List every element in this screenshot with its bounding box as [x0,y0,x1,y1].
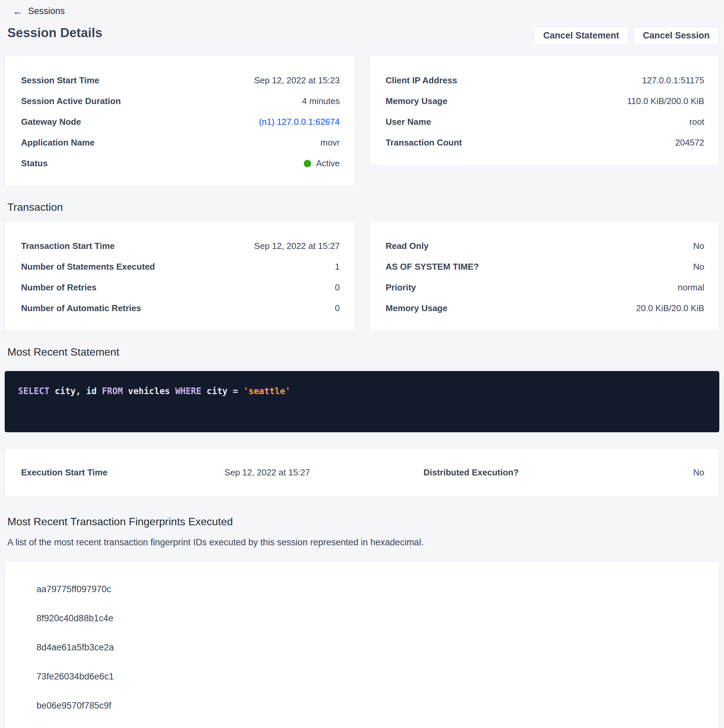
back-to-sessions-link[interactable]: ← Sessions [5,3,65,17]
row-value: 20.0 KiB/20.0 KiB [636,303,704,314]
fingerprints-section-description: A list of the most recent transaction fi… [5,537,719,548]
fingerprint-item: 8f920c40d88b1c4e [37,604,704,633]
row-value: No [693,241,704,251]
row-label: Client IP Address [386,75,457,86]
row-label: Status [21,158,47,168]
row-label: Memory Usage [386,303,448,314]
row-label: Number of Automatic Retries [21,303,141,314]
row-value: normal [678,282,704,293]
summary-row-application-name: Application Name movr [21,133,340,153]
execution-summary-grid: Execution Start Time Sep 12, 2022 at 15:… [21,467,704,478]
back-arrow-icon: ← [13,6,23,17]
fingerprint-item: be06e9570f785c9f [37,691,704,720]
row-label: Transaction Start Time [21,241,115,251]
page-title: Session Details [8,26,103,40]
fingerprint-item: aa79775ff097970c [37,575,704,604]
execution-start-time-value: Sep 12, 2022 at 15:27 [213,467,310,478]
summary-row-as-of-system-time: AS OF SYSTEM TIME? No [386,257,705,277]
row-label: Application Name [21,138,95,148]
summary-row-status: Status Active [21,153,340,174]
row-value: 1 [335,262,340,272]
summary-row-memory-usage: Memory Usage 110.0 KiB/200.0 KiB [386,91,705,112]
summary-row-session-active-duration: Session Active Duration 4 minutes [21,91,340,112]
transaction-cards-row: Transaction Start Time Sep 12, 2022 at 1… [5,221,719,331]
distributed-execution-value: No [560,467,704,478]
breadcrumb-label: Sessions [28,6,65,17]
sql-statement-box: SELECT city, id FROM vehicles WHERE city… [5,371,719,432]
row-value: 204572 [675,138,704,148]
sql-token: SELECT [18,386,49,396]
sql-token: FROM [102,386,123,396]
row-value: movr [320,138,340,148]
cancel-session-button[interactable]: Cancel Session [633,26,719,45]
transaction-card-right: Read Only No AS OF SYSTEM TIME? No Prior… [369,221,719,331]
row-label: User Name [386,117,431,127]
sql-token: WHERE [175,386,201,396]
fingerprints-card: aa79775ff097970c 8f920c40d88b1c4e 8d4ae6… [5,561,719,728]
row-value: 0 [335,303,340,314]
header-actions: Cancel Statement Cancel Session [534,26,719,45]
sql-token: vehicles [123,386,175,396]
status-active-dot-icon [304,160,311,167]
row-value: 4 minutes [302,96,340,106]
gateway-node-link[interactable]: (n1) 127.0.0.1:62674 [259,117,340,127]
session-summary-card-right: Client IP Address 127.0.0.1:51175 Memory… [369,55,719,165]
row-label: Priority [386,282,416,293]
summary-row-retries: Number of Retries 0 [21,277,340,298]
fingerprint-item: ba2b203b823296de [37,720,704,728]
summary-row-session-start-time: Session Start Time Sep 12, 2022 at 15:23 [21,70,340,91]
summary-row-client-ip: Client IP Address 127.0.0.1:51175 [386,70,705,91]
session-summary-card-left: Session Start Time Sep 12, 2022 at 15:23… [5,55,355,187]
fingerprint-item: 8d4ae61a5fb3ce2a [37,633,704,662]
cancel-statement-button[interactable]: Cancel Statement [534,26,629,45]
page-header: Session Details Cancel Statement Cancel … [5,26,719,45]
sql-statement-code: SELECT city, id FROM vehicles WHERE city… [18,384,706,398]
row-label: Read Only [386,241,429,251]
summary-row-user-name: User Name root [386,112,705,133]
summary-row-automatic-retries: Number of Automatic Retries 0 [21,298,340,319]
summary-row-gateway-node: Gateway Node (n1) 127.0.0.1:62674 [21,112,340,133]
row-value: 110.0 KiB/200.0 KiB [627,96,704,106]
row-label: Session Active Duration [21,96,121,106]
sql-token: city = [201,386,243,396]
row-value: 127.0.0.1:51175 [642,75,704,86]
transaction-section-title: Transaction [5,201,719,213]
statement-section-title: Most Recent Statement [5,346,719,358]
session-summary-row: Session Start Time Sep 12, 2022 at 15:23… [5,55,719,187]
fingerprints-list: aa79775ff097970c 8f920c40d88b1c4e 8d4ae6… [37,575,704,728]
summary-row-transaction-start-time: Transaction Start Time Sep 12, 2022 at 1… [21,236,340,257]
row-value: No [693,262,704,272]
summary-row-read-only: Read Only No [386,236,705,257]
sql-token: city, id [49,386,102,396]
distributed-execution-label: Distributed Execution? [424,467,560,478]
summary-row-transaction-count: Transaction Count 204572 [386,133,705,153]
row-value: 0 [335,282,340,293]
row-value: Sep 12, 2022 at 15:27 [254,241,340,251]
row-label: Session Start Time [21,75,99,86]
fingerprint-item: 73fe26034bd6e6c1 [37,662,704,691]
row-label: Transaction Count [386,138,462,148]
execution-start-time-label: Execution Start Time [21,467,213,478]
row-label: Gateway Node [21,117,81,127]
fingerprints-section-title: Most Recent Transaction Fingerprints Exe… [5,515,719,528]
status-text: Active [316,158,340,168]
summary-row-txn-memory-usage: Memory Usage 20.0 KiB/20.0 KiB [386,298,705,319]
row-value: root [689,117,704,127]
session-details-page: ← Sessions Session Details Cancel Statem… [0,0,724,728]
summary-row-priority: Priority normal [386,277,705,298]
summary-row-statements-executed: Number of Statements Executed 1 [21,257,340,277]
transaction-card-left: Transaction Start Time Sep 12, 2022 at 1… [5,221,355,331]
row-value: Sep 12, 2022 at 15:23 [254,75,340,86]
row-label: AS OF SYSTEM TIME? [386,262,479,272]
sql-token: 'seattle' [243,386,291,396]
row-label: Number of Statements Executed [21,262,155,272]
row-label: Number of Retries [21,282,96,293]
row-label: Memory Usage [386,96,448,106]
status-badge: Active [304,158,340,168]
execution-summary-card: Execution Start Time Sep 12, 2022 at 15:… [5,448,719,497]
